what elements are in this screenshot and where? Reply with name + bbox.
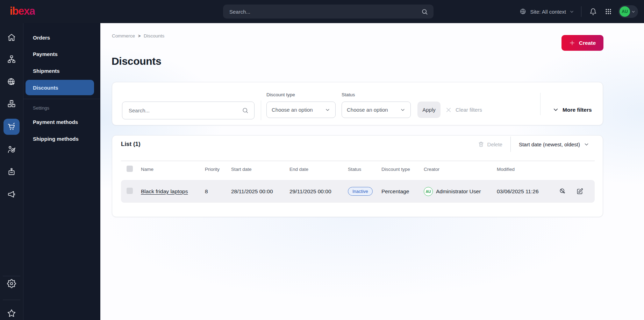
table-row: Black friday laptops 8 28/11/2025 00:00 … — [121, 180, 595, 203]
user-menu-button[interactable]: AU — [618, 5, 638, 18]
status-value: Choose an option — [347, 107, 388, 113]
topbar: ibexa Site: All context — [0, 0, 644, 23]
column-header-priority: Priority — [205, 167, 231, 172]
submenu-item-orders[interactable]: Orders — [26, 30, 94, 45]
select-all-checkbox[interactable] — [127, 166, 133, 172]
trash-icon — [478, 141, 484, 147]
submenu-item-label: Shipments — [33, 68, 60, 74]
column-header-status: Status — [348, 167, 381, 172]
discount-name-link[interactable]: Black friday laptops — [141, 188, 188, 194]
global-search[interactable] — [223, 5, 434, 19]
sidebar-icon-rail — [0, 23, 23, 320]
sidebar-item-home[interactable] — [7, 33, 16, 42]
filter-search-input[interactable] — [128, 107, 242, 114]
filter-search[interactable] — [122, 102, 255, 119]
global-search-input[interactable] — [229, 8, 421, 15]
delete-button-label: Delete — [487, 141, 502, 147]
site-context-selector[interactable]: Site: All context — [520, 8, 574, 15]
rail-divider — [3, 276, 20, 276]
submenu-item-label: Payments — [33, 51, 58, 57]
deactivate-discount-icon — [559, 188, 566, 195]
discount-type-select[interactable]: Choose an option — [266, 102, 336, 118]
create-button[interactable]: Create — [561, 35, 603, 51]
submenu-item-label: Orders — [33, 35, 50, 41]
app-switcher-button[interactable] — [603, 7, 613, 16]
sidebar-item-content-tree[interactable] — [7, 55, 16, 64]
sitemap-icon — [7, 55, 16, 64]
deactivate-discount-button[interactable] — [558, 187, 567, 196]
notifications-button[interactable] — [588, 7, 598, 17]
breadcrumb-discounts[interactable]: Discounts — [144, 33, 164, 39]
creator-name: Administrator User — [436, 188, 481, 195]
status-select[interactable]: Choose an option — [342, 102, 411, 118]
star-icon — [7, 309, 16, 318]
sidebar-item-products[interactable] — [7, 99, 16, 108]
sidebar-item-commerce[interactable] — [3, 119, 20, 135]
list-divider — [121, 161, 595, 161]
column-header-creator: Creator — [424, 167, 497, 172]
list-tools: Delete Start date (newest, oldest) — [476, 136, 592, 152]
breadcrumb: Commerce > Discounts — [112, 33, 164, 39]
edit-discount-button[interactable] — [575, 187, 584, 196]
boxes-icon — [7, 99, 16, 108]
clear-filters-button[interactable]: Clear filters — [443, 102, 484, 118]
row-priority: 8 — [205, 188, 231, 195]
table-header: Name Priority Start date End date Status… — [121, 164, 595, 175]
chevron-down-icon — [569, 9, 574, 14]
sidebar-item-admin[interactable] — [7, 279, 16, 288]
row-modified: 03/06/2025 11:26 — [497, 188, 556, 195]
sidebar-item-members[interactable] — [7, 167, 16, 176]
sidebar-item-marketing[interactable] — [7, 190, 16, 199]
megaphone-icon — [7, 190, 16, 199]
chevron-down-icon — [400, 107, 406, 113]
filter-divider — [261, 100, 261, 120]
breadcrumb-separator: > — [138, 34, 141, 39]
creator-avatar: AU — [424, 187, 433, 196]
clear-filters-label: Clear filters — [456, 107, 482, 113]
chevron-down-icon — [552, 106, 559, 113]
column-header-start-date: Start date — [231, 167, 289, 172]
status-badge: Inactive — [348, 187, 373, 196]
discount-type-value: Choose an option — [272, 107, 313, 113]
submenu-item-payment-methods[interactable]: Payment methods — [26, 114, 94, 130]
discount-list-card: List (1) Delete Start date (newest, olde… — [112, 135, 603, 217]
submenu-item-label: Discounts — [33, 85, 58, 91]
row-discount-type: Percentage — [381, 188, 424, 195]
submenu-item-discounts[interactable]: Discounts — [26, 80, 94, 95]
search-icon — [421, 8, 428, 15]
submenu-item-payments[interactable]: Payments — [26, 46, 94, 62]
sidebar-item-customer-targeting[interactable] — [7, 145, 16, 154]
row-start-date: 28/11/2025 00:00 — [231, 188, 289, 195]
topbar-divider — [581, 6, 581, 17]
submenu-item-label: Payment methods — [33, 119, 78, 125]
globe-cursor-icon — [7, 77, 16, 86]
delete-button[interactable]: Delete — [476, 141, 505, 148]
search-icon — [242, 107, 249, 114]
apply-button[interactable]: Apply — [417, 102, 441, 118]
submenu-item-shipping-methods[interactable]: Shipping methods — [26, 131, 94, 146]
list-title: List (1) — [121, 141, 141, 148]
badge-icon — [7, 167, 16, 176]
more-filters-button[interactable]: More filters — [550, 102, 594, 118]
main-content: Commerce > Discounts Create Discounts Di… — [100, 23, 644, 320]
create-button-label: Create — [579, 40, 596, 46]
submenu-item-shipments[interactable]: Shipments — [26, 63, 94, 78]
submenu-divider — [23, 99, 101, 99]
chevron-down-icon — [325, 107, 330, 113]
user-avatar: AU — [620, 6, 630, 17]
row-checkbox[interactable] — [127, 188, 133, 194]
home-icon — [7, 33, 16, 42]
cart-icon — [7, 122, 16, 131]
page-title: Discounts — [112, 55, 161, 67]
sidebar-item-bookmarks[interactable] — [7, 309, 16, 318]
discount-type-label: Discount type — [266, 92, 295, 97]
site-globe-icon — [520, 8, 527, 15]
ibexa-logo[interactable]: ibexa — [10, 5, 35, 18]
edit-icon — [576, 188, 584, 195]
row-end-date: 29/11/2025 00:00 — [289, 188, 348, 195]
breadcrumb-commerce[interactable]: Commerce — [112, 33, 135, 39]
sort-button[interactable]: Start date (newest, oldest) — [517, 141, 592, 148]
sort-button-label: Start date (newest, oldest) — [519, 141, 580, 147]
sidebar-item-site[interactable] — [7, 77, 16, 86]
submenu-section-settings: Settings — [33, 105, 49, 111]
